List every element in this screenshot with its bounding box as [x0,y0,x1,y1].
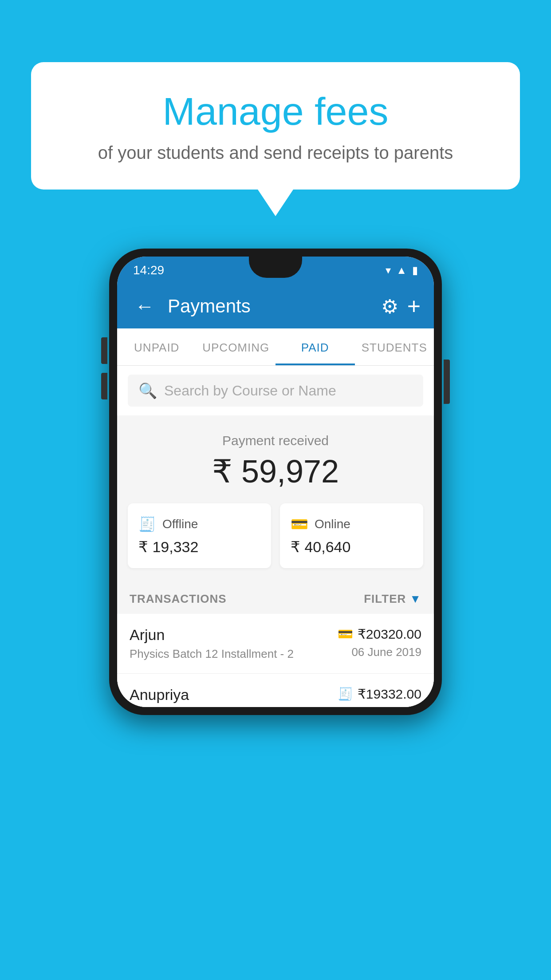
app-bar-actions: ⚙ + [381,293,421,320]
filter-button[interactable]: FILTER ▼ [364,592,421,606]
offline-card-header: 🧾 Offline [138,516,260,533]
online-card-header: 💳 Online [291,516,413,533]
transactions-label: TRANSACTIONS [130,592,227,606]
app-bar: ← Payments ⚙ + [117,284,434,328]
tab-upcoming[interactable]: UPCOMING [197,328,276,365]
transaction-amount-row-2: 🧾 ₹19332.00 [338,686,421,702]
side-buttons-left [101,337,107,408]
settings-icon[interactable]: ⚙ [381,295,398,318]
payment-cards: 🧾 Offline ₹ 19,332 💳 Online ₹ 40,640 [117,503,434,581]
status-icons: ▾ ▲ ▮ [386,264,418,277]
power-button[interactable] [444,360,450,404]
tab-students[interactable]: STUDENTS [355,328,434,365]
speech-bubble: Manage fees of your students and send re… [31,62,520,190]
payment-type-icon: 💳 [338,627,353,641]
offline-payment-card: 🧾 Offline ₹ 19,332 [128,503,271,568]
online-label: Online [315,517,350,531]
transaction-row[interactable]: Arjun Physics Batch 12 Installment - 2 💳… [117,614,434,674]
phone-screen: 14:29 ▾ ▲ ▮ ← Payments ⚙ + [117,257,434,707]
payment-type-icon-2: 🧾 [338,687,353,701]
transaction-amount-row: 💳 ₹20320.00 [338,626,421,642]
transaction-description: Physics Batch 12 Installment - 2 [130,647,294,661]
app-bar-title: Payments [168,296,372,317]
transaction-name: Arjun [130,626,294,644]
search-input[interactable]: Search by Course or Name [164,383,336,399]
battery-icon: ▮ [412,264,418,277]
transaction-date: 06 June 2019 [338,645,421,659]
transactions-header: TRANSACTIONS FILTER ▼ [117,581,434,614]
wifi-icon: ▾ [386,264,391,277]
transaction-row-partial[interactable]: Anupriya 🧾 ₹19332.00 [117,674,434,707]
filter-label: FILTER [364,592,406,606]
status-time: 14:29 [133,263,164,277]
transaction-right-2: 🧾 ₹19332.00 [338,686,421,705]
search-bar-container: 🔍 Search by Course or Name [117,366,434,415]
online-icon: 💳 [291,516,308,533]
content-area: 🔍 Search by Course or Name Payment recei… [117,366,434,707]
transaction-amount: ₹20320.00 [358,626,421,642]
speech-bubble-subtitle: of your students and send receipts to pa… [67,143,484,163]
volume-up-button[interactable] [101,337,107,364]
back-button[interactable]: ← [130,291,159,322]
speech-bubble-container: Manage fees of your students and send re… [31,62,520,216]
transaction-left-2: Anupriya [130,686,189,707]
volume-down-button[interactable] [101,373,107,399]
search-bar[interactable]: 🔍 Search by Course or Name [128,375,423,407]
search-icon: 🔍 [138,382,157,399]
speech-bubble-title: Manage fees [67,89,484,134]
offline-icon: 🧾 [138,516,156,533]
offline-amount: ₹ 19,332 [138,538,260,556]
phone-outer: 14:29 ▾ ▲ ▮ ← Payments ⚙ + [109,249,442,715]
add-payment-button[interactable]: + [407,293,421,320]
offline-label: Offline [162,517,198,531]
transaction-name-2: Anupriya [130,686,189,703]
filter-icon: ▼ [409,592,421,606]
phone-device: 14:29 ▾ ▲ ▮ ← Payments ⚙ + [109,249,442,715]
transaction-amount-2: ₹19332.00 [358,686,421,702]
speech-bubble-arrow [258,190,293,216]
side-buttons-right [444,360,450,404]
online-payment-card: 💳 Online ₹ 40,640 [280,503,423,568]
signal-icon: ▲ [396,264,407,277]
online-amount: ₹ 40,640 [291,538,413,556]
tab-unpaid[interactable]: UNPAID [117,328,197,365]
tabs-bar: UNPAID UPCOMING PAID STUDENTS [117,328,434,366]
status-bar: 14:29 ▾ ▲ ▮ [117,257,434,284]
payment-received-section: Payment received ₹ 59,972 [117,415,434,503]
tab-paid[interactable]: PAID [276,328,355,365]
phone-notch [249,257,302,278]
transaction-right: 💳 ₹20320.00 06 June 2019 [338,626,421,659]
payment-received-amount: ₹ 59,972 [126,453,425,490]
payment-received-label: Payment received [126,433,425,448]
transaction-left: Arjun Physics Batch 12 Installment - 2 [130,626,294,661]
